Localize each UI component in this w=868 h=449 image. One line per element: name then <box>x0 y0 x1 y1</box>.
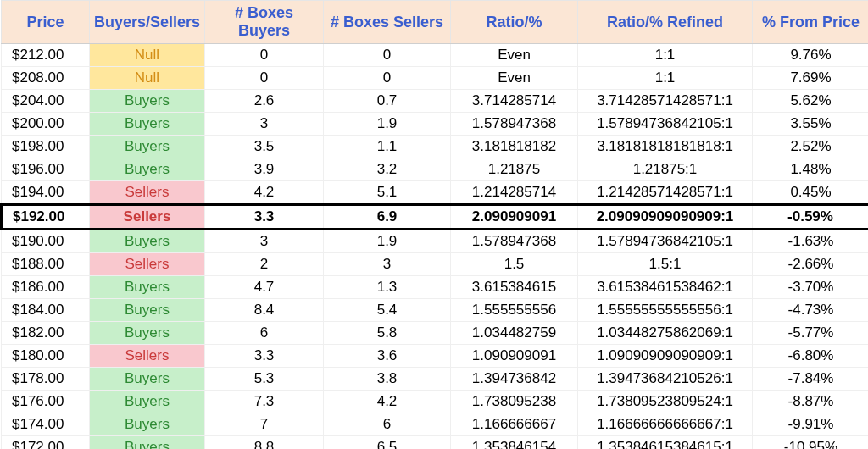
pct-cell: 1.48% <box>753 158 869 181</box>
price-cell: $174.00 <box>2 413 90 436</box>
ratio-cell: 1.5 <box>451 253 578 276</box>
table-row: $188.00Sellers231.51.5:1-2.66% <box>2 253 869 276</box>
table-row: $194.00Sellers4.25.11.2142857141.2142857… <box>2 181 869 205</box>
pct-cell: -3.70% <box>753 276 869 299</box>
boxs-cell: 6.5 <box>324 436 451 450</box>
ratio-cell: 1.578947368 <box>451 230 578 253</box>
boxs-cell: 5.1 <box>324 181 451 205</box>
boxb-cell: 2 <box>205 253 324 276</box>
price-cell: $190.00 <box>2 230 90 253</box>
pct-cell: 5.62% <box>753 90 869 113</box>
table-row: $172.00Buyers8.86.51.3538461541.35384615… <box>2 436 869 450</box>
boxs-cell: 5.4 <box>324 299 451 322</box>
bs-cell: Buyers <box>90 436 205 450</box>
price-cell: $192.00 <box>2 205 90 230</box>
boxs-cell: 0.7 <box>324 90 451 113</box>
boxb-cell: 3 <box>205 230 324 253</box>
boxs-cell: 1.9 <box>324 113 451 136</box>
refined-cell: 1.09090909090909:1 <box>578 345 753 368</box>
price-cell: $180.00 <box>2 345 90 368</box>
table-row: $198.00Buyers3.51.13.1818181823.18181818… <box>2 136 869 158</box>
boxb-cell: 8.8 <box>205 436 324 450</box>
boxs-cell: 3.6 <box>324 345 451 368</box>
pct-cell: -0.59% <box>753 205 869 230</box>
boxb-cell: 0 <box>205 67 324 90</box>
boxb-cell: 4.7 <box>205 276 324 299</box>
boxs-cell: 1.1 <box>324 136 451 158</box>
refined-cell: 1.21875:1 <box>578 158 753 181</box>
refined-cell: 1.03448275862069:1 <box>578 322 753 345</box>
boxs-cell: 0 <box>324 67 451 90</box>
boxb-cell: 7 <box>205 413 324 436</box>
pct-cell: -5.77% <box>753 322 869 345</box>
ratio-cell: 1.738095238 <box>451 391 578 413</box>
boxb-cell: 3.9 <box>205 158 324 181</box>
price-cell: $172.00 <box>2 436 90 450</box>
bs-cell: Buyers <box>90 113 205 136</box>
pct-cell: 0.45% <box>753 181 869 205</box>
bs-cell: Null <box>90 67 205 90</box>
price-cell: $178.00 <box>2 368 90 391</box>
ratio-cell: 1.555555556 <box>451 299 578 322</box>
header-price: Price <box>2 1 90 44</box>
refined-cell: 1.57894736842105:1 <box>578 230 753 253</box>
price-cell: $184.00 <box>2 299 90 322</box>
boxs-cell: 4.2 <box>324 391 451 413</box>
header-pct: % From Price <box>753 1 869 44</box>
boxb-cell: 3.3 <box>205 345 324 368</box>
boxs-cell: 5.8 <box>324 322 451 345</box>
boxb-cell: 2.6 <box>205 90 324 113</box>
header-ratio: Ratio/% <box>451 1 578 44</box>
refined-cell: 3.71428571428571:1 <box>578 90 753 113</box>
ratio-cell: Even <box>451 44 578 67</box>
price-cell: $198.00 <box>2 136 90 158</box>
table-row: $180.00Sellers3.33.61.0909090911.0909090… <box>2 345 869 368</box>
boxs-cell: 3 <box>324 253 451 276</box>
price-cell: $176.00 <box>2 391 90 413</box>
ratio-cell: 1.394736842 <box>451 368 578 391</box>
bs-cell: Buyers <box>90 413 205 436</box>
table-row: $178.00Buyers5.33.81.3947368421.39473684… <box>2 368 869 391</box>
ratio-cell: 3.181818182 <box>451 136 578 158</box>
boxb-cell: 5.3 <box>205 368 324 391</box>
table-row: $182.00Buyers65.81.0344827591.0344827586… <box>2 322 869 345</box>
bs-cell: Sellers <box>90 345 205 368</box>
refined-cell: 1.39473684210526:1 <box>578 368 753 391</box>
refined-cell: 1.57894736842105:1 <box>578 113 753 136</box>
ratio-cell: 1.090909091 <box>451 345 578 368</box>
bs-cell: Sellers <box>90 205 205 230</box>
bs-cell: Buyers <box>90 391 205 413</box>
price-cell: $196.00 <box>2 158 90 181</box>
boxb-cell: 4.2 <box>205 181 324 205</box>
ratio-cell: 3.714285714 <box>451 90 578 113</box>
price-table: Price Buyers/Sellers # Boxes Buyers # Bo… <box>0 0 868 449</box>
boxs-cell: 0 <box>324 44 451 67</box>
ratio-cell: 1.166666667 <box>451 413 578 436</box>
pct-cell: -1.63% <box>753 230 869 253</box>
refined-cell: 1.73809523809524:1 <box>578 391 753 413</box>
ratio-cell: 1.21875 <box>451 158 578 181</box>
pct-cell: -4.73% <box>753 299 869 322</box>
refined-cell: 3.61538461538462:1 <box>578 276 753 299</box>
table-row: $196.00Buyers3.93.21.218751.21875:11.48% <box>2 158 869 181</box>
table-row: $200.00Buyers31.91.5789473681.5789473684… <box>2 113 869 136</box>
price-cell: $212.00 <box>2 44 90 67</box>
header-boxs: # Boxes Sellers <box>324 1 451 44</box>
header-bs: Buyers/Sellers <box>90 1 205 44</box>
bs-cell: Buyers <box>90 368 205 391</box>
boxs-cell: 1.9 <box>324 230 451 253</box>
refined-cell: 1.55555555555556:1 <box>578 299 753 322</box>
pct-cell: 7.69% <box>753 67 869 90</box>
table-row: $208.00Null00Even1:17.69% <box>2 67 869 90</box>
price-cell: $182.00 <box>2 322 90 345</box>
table-row: $184.00Buyers8.45.41.5555555561.55555555… <box>2 299 869 322</box>
table-row: $192.00Sellers3.36.92.0909090912.0909090… <box>2 205 869 230</box>
price-cell: $186.00 <box>2 276 90 299</box>
bs-cell: Buyers <box>90 90 205 113</box>
pct-cell: 3.55% <box>753 113 869 136</box>
bs-cell: Buyers <box>90 299 205 322</box>
refined-cell: 1:1 <box>578 67 753 90</box>
table-row: $190.00Buyers31.91.5789473681.5789473684… <box>2 230 869 253</box>
price-cell: $194.00 <box>2 181 90 205</box>
ratio-cell: 1.578947368 <box>451 113 578 136</box>
